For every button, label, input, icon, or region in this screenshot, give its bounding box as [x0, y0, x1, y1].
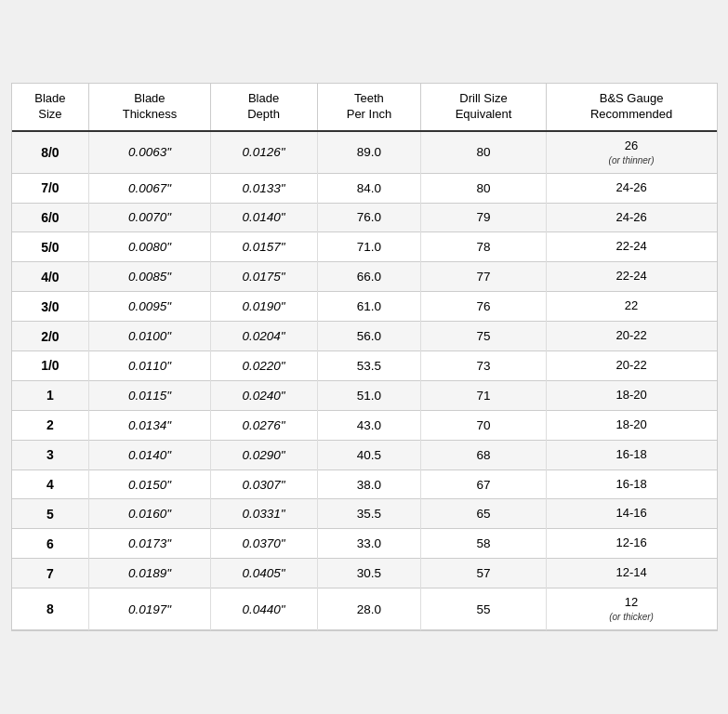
- cell-blade-thickness: 0.0085": [89, 262, 210, 292]
- table-row: 60.0173"0.0370"33.05812-16: [12, 529, 717, 559]
- table-row: 20.0134"0.0276"43.07018-20: [12, 410, 717, 440]
- cell-blade-size: 5: [12, 499, 89, 529]
- cell-tpi: 38.0: [317, 469, 421, 499]
- cell-blade-size: 2: [12, 410, 89, 440]
- cell-blade-thickness: 0.0197": [89, 588, 210, 630]
- table-row: 70.0189"0.0405"30.55712-14: [12, 559, 717, 588]
- cell-drill-size: 80: [421, 173, 546, 203]
- table-row: 1/00.0110"0.0220"53.57320-22: [12, 351, 717, 381]
- cell-blade-depth: 0.0331": [210, 499, 317, 529]
- cell-drill-size: 68: [421, 440, 546, 469]
- cell-tpi: 28.0: [317, 588, 421, 630]
- cell-bs-gauge: 12(or thicker): [546, 588, 716, 630]
- cell-bs-gauge: 16-18: [546, 469, 716, 499]
- table-row: 80.0197"0.0440"28.05512(or thicker): [12, 588, 717, 630]
- cell-bs-gauge: 18-20: [546, 380, 716, 410]
- cell-tpi: 56.0: [317, 322, 421, 351]
- cell-blade-thickness: 0.0173": [89, 529, 210, 559]
- cell-blade-depth: 0.0370": [210, 529, 317, 559]
- cell-blade-size: 4/0: [12, 262, 89, 292]
- col-header-bs-gauge: B&S GaugeRecommended: [546, 84, 716, 131]
- cell-drill-size: 70: [421, 410, 546, 440]
- cell-drill-size: 67: [421, 469, 546, 499]
- cell-blade-thickness: 0.0134": [89, 410, 210, 440]
- cell-blade-size: 6: [12, 529, 89, 559]
- cell-tpi: 35.5: [317, 499, 421, 529]
- cell-tpi: 61.0: [317, 292, 421, 322]
- table-row: 8/00.0063"0.0126"89.08026(or thinner): [12, 131, 717, 173]
- cell-drill-size: 75: [421, 322, 546, 351]
- cell-tpi: 53.5: [317, 351, 421, 381]
- col-header-drill-size: Drill SizeEquivalent: [421, 84, 546, 131]
- cell-blade-depth: 0.0276": [210, 410, 317, 440]
- cell-tpi: 89.0: [317, 131, 421, 173]
- cell-bs-gauge: 14-16: [546, 499, 716, 529]
- cell-blade-thickness: 0.0189": [89, 559, 210, 588]
- cell-blade-depth: 0.0240": [210, 380, 317, 410]
- cell-drill-size: 58: [421, 529, 546, 559]
- cell-bs-gauge: 22-24: [546, 232, 716, 262]
- table-row: 5/00.0080"0.0157"71.07822-24: [12, 232, 717, 262]
- cell-blade-thickness: 0.0080": [89, 232, 210, 262]
- table-row: 3/00.0095"0.0190"61.07622: [12, 292, 717, 322]
- cell-bs-gauge: 24-26: [546, 203, 716, 232]
- cell-blade-depth: 0.0190": [210, 292, 317, 322]
- cell-blade-depth: 0.0157": [210, 232, 317, 262]
- cell-tpi: 66.0: [317, 262, 421, 292]
- table-row: 7/00.0067"0.0133"84.08024-26: [12, 173, 717, 203]
- col-header-teeth-per-inch: TeethPer Inch: [317, 84, 421, 131]
- cell-blade-size: 3/0: [12, 292, 89, 322]
- table-row: 10.0115"0.0240"51.07118-20: [12, 380, 717, 410]
- cell-blade-size: 7/0: [12, 173, 89, 203]
- cell-bs-gauge: 20-22: [546, 351, 716, 381]
- cell-tpi: 30.5: [317, 559, 421, 588]
- cell-bs-gauge: 18-20: [546, 410, 716, 440]
- cell-tpi: 43.0: [317, 410, 421, 440]
- cell-bs-gauge: 24-26: [546, 173, 716, 203]
- cell-drill-size: 55: [421, 588, 546, 630]
- cell-blade-size: 6/0: [12, 203, 89, 232]
- table-row: 50.0160"0.0331"35.56514-16: [12, 499, 717, 529]
- blade-reference-table: BladeSizeBladeThicknessBladeDepthTeethPe…: [11, 83, 718, 631]
- col-header-blade-thickness: BladeThickness: [89, 84, 210, 131]
- cell-blade-depth: 0.0133": [210, 173, 317, 203]
- gauge-note: (or thinner): [554, 154, 709, 166]
- cell-blade-depth: 0.0307": [210, 469, 317, 499]
- cell-blade-depth: 0.0175": [210, 262, 317, 292]
- col-header-blade-depth: BladeDepth: [210, 84, 317, 131]
- cell-drill-size: 65: [421, 499, 546, 529]
- cell-blade-depth: 0.0290": [210, 440, 317, 469]
- cell-bs-gauge: 22-24: [546, 262, 716, 292]
- cell-blade-depth: 0.0126": [210, 131, 317, 173]
- cell-tpi: 71.0: [317, 232, 421, 262]
- cell-drill-size: 57: [421, 559, 546, 588]
- cell-drill-size: 80: [421, 131, 546, 173]
- cell-tpi: 33.0: [317, 529, 421, 559]
- table-row: 2/00.0100"0.0204"56.07520-22: [12, 322, 717, 351]
- cell-blade-thickness: 0.0150": [89, 469, 210, 499]
- cell-bs-gauge: 16-18: [546, 440, 716, 469]
- cell-blade-depth: 0.0440": [210, 588, 317, 630]
- cell-blade-size: 5/0: [12, 232, 89, 262]
- cell-blade-depth: 0.0405": [210, 559, 317, 588]
- cell-drill-size: 76: [421, 292, 546, 322]
- cell-tpi: 84.0: [317, 173, 421, 203]
- cell-blade-thickness: 0.0160": [89, 499, 210, 529]
- cell-blade-thickness: 0.0110": [89, 351, 210, 381]
- cell-drill-size: 71: [421, 380, 546, 410]
- cell-drill-size: 79: [421, 203, 546, 232]
- cell-tpi: 76.0: [317, 203, 421, 232]
- table-row: 40.0150"0.0307"38.06716-18: [12, 469, 717, 499]
- cell-blade-size: 3: [12, 440, 89, 469]
- cell-drill-size: 73: [421, 351, 546, 381]
- cell-blade-thickness: 0.0140": [89, 440, 210, 469]
- cell-blade-size: 7: [12, 559, 89, 588]
- cell-blade-size: 1/0: [12, 351, 89, 381]
- cell-blade-size: 8/0: [12, 131, 89, 173]
- cell-blade-size: 1: [12, 380, 89, 410]
- cell-blade-depth: 0.0140": [210, 203, 317, 232]
- cell-bs-gauge: 22: [546, 292, 716, 322]
- cell-blade-thickness: 0.0115": [89, 380, 210, 410]
- cell-tpi: 51.0: [317, 380, 421, 410]
- cell-bs-gauge: 12-16: [546, 529, 716, 559]
